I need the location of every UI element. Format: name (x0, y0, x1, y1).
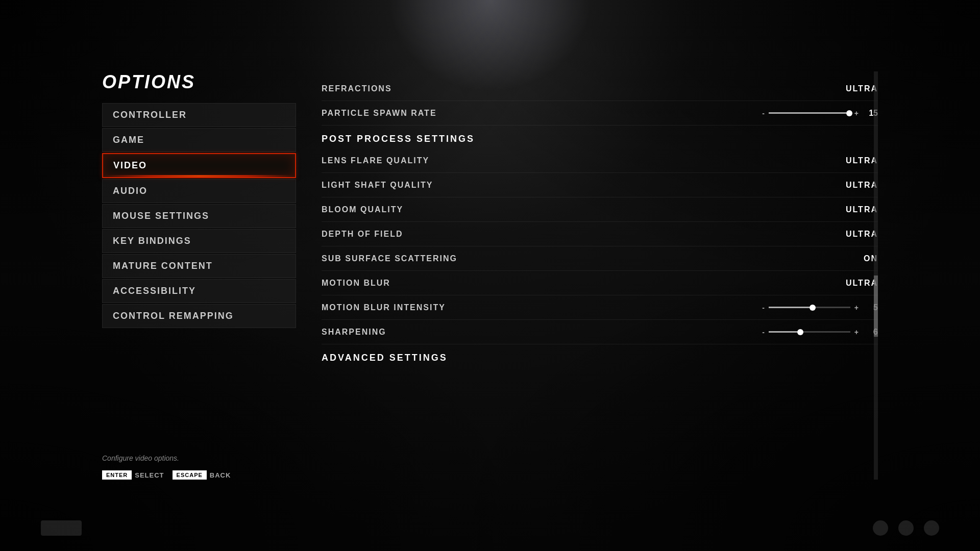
slider-plus-sharpening[interactable]: + (854, 328, 859, 336)
key-hints: ENTERSELECTESCAPEBACK (102, 470, 296, 480)
bottom-right-icons (873, 520, 939, 536)
slider-thumb-particle-spawn-rate[interactable] (846, 110, 852, 116)
setting-row-sharpening[interactable]: SHARPENING-+6 (322, 320, 878, 344)
helper-text-content: Configure video options. (102, 454, 179, 462)
helper-text: Configure video options. (102, 439, 296, 462)
key-hint-escape: ESCAPEBACK (173, 470, 231, 480)
bottom-bar (0, 520, 980, 536)
setting-label-light-shaft: LIGHT SHAFT QUALITY (322, 181, 837, 190)
nav-item-audio[interactable]: AUDIO (102, 179, 296, 203)
setting-label-depth-of-field: DEPTH OF FIELD (322, 230, 837, 239)
section-header-advanced: ADVANCED SETTINGS (322, 344, 878, 367)
bottom-icon-1 (873, 520, 888, 536)
key-badge-enter: ENTER (102, 470, 132, 480)
nav-item-key-bindings[interactable]: KEY BINDINGS (102, 229, 296, 253)
slider-plus-particle-spawn-rate[interactable]: + (854, 109, 859, 117)
setting-label-sub-surface: SUB SURFACE SCATTERING (322, 254, 837, 263)
setting-label-refractions: REFRACTIONS (322, 84, 837, 93)
setting-row-light-shaft[interactable]: LIGHT SHAFT QUALITYULTRA (322, 173, 878, 197)
slider-thumb-motion-blur-intensity[interactable] (810, 305, 816, 311)
slider-container-motion-blur-intensity[interactable]: -+5 (762, 303, 878, 312)
slider-container-particle-spawn-rate[interactable]: -+15 (762, 109, 878, 118)
setting-row-refractions[interactable]: REFRACTIONSULTRA (322, 77, 878, 101)
bottom-icon-3 (924, 520, 939, 536)
slider-container-sharpening[interactable]: -+6 (762, 328, 878, 337)
nav-item-mature-content[interactable]: MATURE CONTENT (102, 254, 296, 278)
setting-row-bloom[interactable]: BLOOM QUALITYULTRA (322, 197, 878, 222)
setting-label-motion-blur-intensity: MOTION BLUR INTENSITY (322, 303, 762, 312)
slider-plus-motion-blur-intensity[interactable]: + (854, 304, 859, 312)
setting-row-lens-flare[interactable]: LENS FLARE QUALITYULTRA (322, 148, 878, 173)
nav-menu: CONTROLLERGAMEVIDEOAUDIOMOUSE SETTINGSKE… (102, 103, 296, 328)
slider-minus-particle-spawn-rate[interactable]: - (762, 109, 765, 117)
slider-thumb-sharpening[interactable] (797, 329, 803, 335)
key-hint-enter: ENTERSELECT (102, 470, 164, 480)
nav-item-game[interactable]: GAME (102, 128, 296, 152)
slider-minus-motion-blur-intensity[interactable]: - (762, 304, 765, 312)
nav-item-control-remapping[interactable]: CONTROL REMAPPING (102, 304, 296, 328)
scroll-track[interactable] (874, 71, 878, 480)
setting-row-sub-surface[interactable]: SUB SURFACE SCATTERINGON (322, 246, 878, 271)
setting-label-particle-spawn-rate: PARTICLE SPAWN RATE (322, 109, 762, 118)
right-panel: REFRACTIONSULTRAPARTICLE SPAWN RATE-+15P… (296, 71, 878, 480)
slider-track-motion-blur-intensity[interactable] (769, 307, 850, 308)
setting-value-depth-of-field: ULTRA (837, 230, 878, 239)
page-title: OPTIONS (102, 71, 296, 93)
setting-row-depth-of-field[interactable]: DEPTH OF FIELDULTRA (322, 222, 878, 246)
bottom-left-icon (41, 520, 82, 536)
main-container: OPTIONS CONTROLLERGAMEVIDEOAUDIOMOUSE SE… (102, 71, 878, 480)
setting-row-motion-blur[interactable]: MOTION BLURULTRA (322, 271, 878, 295)
key-label-enter: SELECT (135, 471, 164, 479)
setting-row-motion-blur-intensity[interactable]: MOTION BLUR INTENSITY-+5 (322, 295, 878, 320)
setting-label-lens-flare: LENS FLARE QUALITY (322, 156, 837, 165)
setting-value-bloom: ULTRA (837, 205, 878, 214)
setting-value-refractions: ULTRA (837, 84, 878, 93)
setting-label-motion-blur: MOTION BLUR (322, 279, 837, 288)
slider-track-sharpening[interactable] (769, 331, 850, 333)
key-badge-escape: ESCAPE (173, 470, 207, 480)
slider-track-particle-spawn-rate[interactable] (769, 112, 850, 114)
slider-minus-sharpening[interactable]: - (762, 328, 765, 336)
bottom-icon-2 (898, 520, 914, 536)
setting-value-motion-blur: ULTRA (837, 279, 878, 288)
setting-value-light-shaft: ULTRA (837, 181, 878, 190)
nav-item-video[interactable]: VIDEO (102, 153, 296, 178)
nav-item-mouse-settings[interactable]: MOUSE SETTINGS (102, 204, 296, 228)
left-panel: OPTIONS CONTROLLERGAMEVIDEOAUDIOMOUSE SE… (102, 71, 296, 480)
setting-label-sharpening: SHARPENING (322, 328, 762, 337)
slider-fill-sharpening (769, 331, 797, 333)
scroll-thumb[interactable] (874, 276, 878, 337)
setting-value-sub-surface: ON (837, 254, 878, 263)
key-label-escape: BACK (210, 471, 231, 479)
settings-list: REFRACTIONSULTRAPARTICLE SPAWN RATE-+15P… (322, 77, 878, 367)
slider-fill-particle-spawn-rate (769, 112, 846, 114)
nav-item-accessibility[interactable]: ACCESSIBILITY (102, 279, 296, 303)
setting-row-particle-spawn-rate[interactable]: PARTICLE SPAWN RATE-+15 (322, 101, 878, 126)
setting-value-lens-flare: ULTRA (837, 156, 878, 165)
setting-label-bloom: BLOOM QUALITY (322, 205, 837, 214)
nav-item-controller[interactable]: CONTROLLER (102, 103, 296, 127)
slider-fill-motion-blur-intensity (769, 307, 810, 308)
section-header-post-process: POST PROCESS SETTINGS (322, 126, 878, 148)
